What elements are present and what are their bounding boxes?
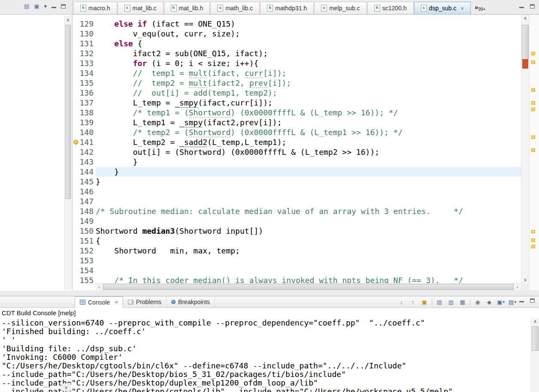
console-line: ' ' [2, 336, 531, 344]
h-file-icon: h [80, 5, 86, 12]
minimize-icon[interactable] [519, 4, 524, 9]
editor-tab-mat_lib.c[interactable]: cmat_lib.c [118, 2, 164, 14]
code-line [96, 265, 521, 275]
overview-marker[interactable] [531, 148, 535, 152]
copy-build-log-icon[interactable]: ▤ [435, 298, 444, 306]
overview-marker[interactable] [531, 136, 535, 139]
editor-tab-dsp_sub.c[interactable]: cdsp_sub.c× [414, 2, 471, 14]
overview-ruler[interactable] [529, 15, 539, 290]
editor-area: hmacro.hcmat_lib.chmat_lib.hcmath_lib.ch… [72, 0, 539, 290]
line-number: 143 [79, 157, 94, 167]
tab-label: Breakpoints [178, 299, 210, 305]
tab-label: mat_lib.c [133, 5, 157, 12]
maximize-view-icon[interactable] [61, 4, 66, 9]
code-lines: else if (ifact == ONE_Q15) v_equ(out, cu… [96, 15, 521, 283]
scrollbar-thumb[interactable] [532, 326, 539, 351]
scrollbar-thumb[interactable] [522, 25, 529, 59]
toolbar-separator [470, 299, 470, 305]
scroll-right-arrow[interactable]: › [514, 283, 521, 290]
editor-tab-math_lib.c[interactable]: cmath_lib.c [210, 2, 260, 14]
line-number: 132 [79, 48, 94, 58]
line-number: 138 [79, 108, 94, 118]
overview-marker[interactable] [531, 230, 535, 233]
console-panel: Console×ProblemsBreakpoints ↓↑▣▤▥▦◉◆▣▾▤▾… [0, 296, 539, 392]
chevron-icon: » [475, 5, 478, 10]
scrollbar-thumb[interactable] [65, 25, 71, 199]
code-text-area[interactable]: else if (ifact == ONE_Q15) v_equ(out, cu… [96, 15, 521, 283]
code-line: // out[i] = add(temp1, temp2); [96, 88, 521, 98]
view-icon[interactable]: ▤ [24, 3, 29, 9]
overview-marker[interactable] [531, 108, 535, 111]
line-number: 155 [79, 275, 94, 285]
editor-tab-mathdp31.h[interactable]: hmathdp31.h [260, 2, 314, 14]
tab-close-icon[interactable]: × [115, 299, 118, 305]
display-selected-console-icon[interactable]: ▣▾ [497, 298, 505, 306]
scroll-up-arrow[interactable]: ∧ [531, 318, 539, 325]
left-panel-scrollbar[interactable]: ∧ [64, 16, 72, 289]
console-output[interactable]: --silicon_version=6740 --preproc_with_co… [0, 318, 531, 392]
scroll-left-arrow[interactable]: ‹ [96, 283, 103, 290]
line-number: 142 [79, 147, 94, 157]
code-line: // temp1 = mult(ifact, curr[i]); [96, 68, 521, 78]
clear-console-icon[interactable]: ▦ [458, 298, 467, 306]
line-number: 134 [79, 68, 94, 78]
scroll-up-arrow[interactable]: ∧ [521, 15, 529, 22]
overview-marker[interactable] [531, 101, 535, 105]
next-error-icon[interactable]: ↓ [397, 298, 406, 306]
code-line: v_equ(out, curr, size); [96, 29, 521, 39]
previous-error-icon[interactable]: ↑ [409, 298, 417, 306]
console-scrollbar[interactable]: ∧ [531, 318, 539, 392]
tab-overflow-chevron[interactable]: » 99+ [475, 5, 485, 12]
console-tabbar: Console×ProblemsBreakpoints ↓↑▣▤▥▦◉◆▣▾▤▾ [0, 296, 539, 308]
line-number: 148 [79, 206, 94, 216]
editor-tabs: hmacro.hcmat_lib.chmat_lib.hcmath_lib.ch… [73, 2, 471, 14]
word-wrap-icon[interactable]: ▥ [447, 298, 455, 306]
show-error-in-editor-icon[interactable]: ▣ [420, 298, 429, 306]
horizontal-scrollbar[interactable]: ‹ › [96, 283, 521, 290]
overview-marker[interactable] [531, 60, 535, 64]
overview-marker[interactable] [531, 238, 535, 242]
tab-close-icon[interactable]: × [460, 5, 464, 12]
tab-label: sc1200.h [382, 5, 407, 12]
editor-tab-mat_lib.h[interactable]: hmat_lib.h [164, 2, 210, 14]
scroll-down-arrow[interactable]: ∨ [62, 383, 70, 391]
console-tab-console[interactable]: Console× [75, 296, 123, 308]
open-console-icon[interactable]: ▤▾ [508, 298, 517, 306]
line-number-ruler[interactable]: 1291301311321331341351361371381391401411… [79, 15, 96, 290]
console-tab-problems[interactable]: Problems [123, 296, 167, 308]
c-file-icon: c [217, 5, 223, 12]
editor-tab-sc1200.h[interactable]: hsc1200.h [367, 2, 414, 14]
restore-icon[interactable]: ▣ [34, 3, 39, 9]
pin-console-icon[interactable]: ◆ [485, 298, 494, 306]
code-line: L_temp1 = _smpy(ifact2,prev[i]); [96, 118, 521, 127]
overview-marker[interactable] [531, 245, 535, 248]
scroll-lock-icon[interactable]: ◉ [473, 298, 482, 306]
code-line: else { [96, 39, 521, 48]
c-file-icon: c [124, 5, 130, 12]
overview-marker[interactable] [531, 52, 535, 55]
maximize-icon[interactable] [530, 299, 535, 303]
console-line: 'Building file: ../dsp_sub.c' [2, 344, 531, 353]
line-number: 139 [79, 118, 94, 127]
line-number: 130 [79, 29, 94, 39]
scrollbar-thumb[interactable] [103, 284, 514, 290]
editor-tab-melp_sub.c[interactable]: cmelp_sub.c [314, 2, 367, 14]
line-number: 149 [79, 216, 94, 226]
minimize-icon[interactable] [519, 299, 524, 303]
breakpoints-icon [171, 300, 176, 304]
tab-label: mat_lib.h [179, 5, 203, 12]
overview-marker[interactable] [531, 88, 535, 92]
scroll-up-arrow[interactable]: ∧ [65, 16, 71, 24]
code-line: else if (ifact == ONE_Q15) [96, 19, 521, 29]
minimize-view-icon[interactable] [51, 4, 56, 9]
scroll-down-arrow[interactable]: ∨ [521, 276, 529, 283]
console-line: --include_path="C:/Users/he/Desktop/bios… [2, 370, 531, 379]
line-number: 140 [79, 127, 94, 137]
maximize-icon[interactable] [530, 4, 535, 9]
annotation-ruler[interactable] [73, 15, 79, 290]
view-menu-icon[interactable]: ▾ [44, 3, 47, 9]
console-tab-breakpoints[interactable]: Breakpoints [167, 296, 215, 308]
vertical-scrollbar[interactable]: ∧ ∨ [521, 15, 529, 283]
warning-icon[interactable] [73, 140, 78, 145]
editor-tab-macro.h[interactable]: hmacro.h [73, 2, 117, 14]
